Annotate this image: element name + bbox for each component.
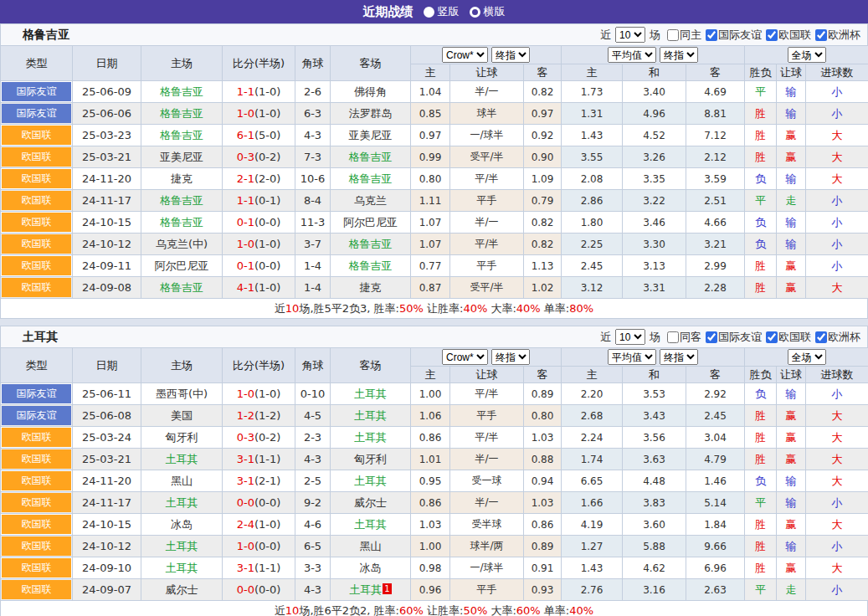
- crown-handicap: 球半/两: [450, 536, 524, 557]
- same-venue-checkbox[interactable]: 同客: [663, 330, 701, 345]
- handicap-outcome: 走: [777, 579, 806, 601]
- score-halftime: 1-1(0-1): [223, 190, 295, 212]
- avg-home-odds: 2.25: [562, 234, 623, 255]
- avg-home-odds: 1.73: [562, 81, 623, 103]
- away-team: 匈牙利: [331, 449, 411, 470]
- crown-home-odds: 0.85: [411, 103, 450, 125]
- avg-company-select[interactable]: 平均值: [608, 349, 656, 365]
- crown-away-odds: 1.02: [524, 277, 562, 299]
- crown-away-odds: 1.13: [524, 255, 562, 277]
- section-header: 土耳其近10场同客国际友谊欧国联欧洲杯: [0, 326, 868, 347]
- result-outcome: 负: [745, 383, 777, 405]
- crown-away-odds: 0.94: [524, 470, 562, 492]
- match-date: 24-09-11: [73, 255, 141, 277]
- score-halftime: 2-4(1-0): [223, 514, 295, 536]
- filter-bar: 近10场同客国际友谊欧国联欧洲杯: [598, 329, 860, 345]
- avg-odds-header: 平均值终指: [562, 348, 745, 367]
- avg-away-odds: 4.66: [686, 212, 745, 234]
- radio-vertical-option[interactable]: 竖版: [424, 4, 460, 19]
- crown-handicap: 平/半: [450, 427, 524, 449]
- league-checkbox-0-box[interactable]: [706, 29, 717, 41]
- match-row: 国际友谊25-06-06格鲁吉亚1-0(1-0)6-3法罗群岛0.85球半0.9…: [1, 103, 868, 125]
- crown-company-select[interactable]: Crow*: [442, 349, 488, 365]
- result-outcome: 平: [745, 492, 777, 514]
- handicap-outcome: 走: [777, 190, 806, 212]
- same-venue-checkbox-box[interactable]: [667, 331, 679, 343]
- league-checkbox-1[interactable]: 欧国联: [762, 28, 811, 43]
- avg-index-select[interactable]: 终指: [660, 47, 698, 63]
- crown-company-select[interactable]: Crow*: [442, 47, 488, 63]
- league-checkbox-1-box[interactable]: [766, 331, 778, 343]
- avg-draw-odds: 3.63: [623, 449, 686, 470]
- home-team: 匈牙利: [141, 427, 223, 449]
- same-venue-checkbox-box[interactable]: [667, 29, 679, 41]
- scope-select[interactable]: 全场: [788, 349, 826, 365]
- league-checkbox-0[interactable]: 国际友谊: [701, 28, 762, 43]
- match-date: 25-06-11: [73, 383, 141, 405]
- league-badge: 欧国联: [2, 191, 71, 210]
- avg-home-odds: 2.68: [562, 405, 623, 427]
- avg-away-odds: 5.14: [686, 492, 745, 514]
- home-team: 威尔士: [141, 579, 223, 601]
- league-badge: 欧国联: [2, 580, 71, 599]
- match-row: 欧国联24-11-17格鲁吉亚1-1(0-1)8-4乌克兰1.11平手0.792…: [1, 190, 868, 212]
- league-checkbox-2-box[interactable]: [815, 29, 827, 41]
- matches-label: 场: [650, 330, 660, 345]
- corner-score: 7-3: [295, 146, 331, 168]
- league-checkbox-2[interactable]: 欧洲杯: [811, 28, 860, 43]
- same-venue-checkbox[interactable]: 同主: [663, 28, 701, 43]
- match-row: 欧国联24-09-07威尔士0-0(0-0)4-3土耳其10.96平手0.932…: [1, 579, 868, 601]
- result-outcome: 胜: [745, 255, 777, 277]
- league-checkbox-1[interactable]: 欧国联: [762, 330, 811, 345]
- avg-home-odds: 6.65: [562, 470, 623, 492]
- sections-container: 格鲁吉亚近10场同主国际友谊欧国联欧洲杯类型日期主场比分(半场)角球客场Crow…: [0, 23, 868, 616]
- goals-outcome: 大: [806, 557, 868, 579]
- avg-home-odds: 3.12: [562, 277, 623, 299]
- league-checkbox-2-box[interactable]: [815, 331, 827, 343]
- avg-draw-odds: 4.48: [623, 470, 686, 492]
- score-halftime: 6-1(5-0): [223, 125, 295, 146]
- league-checkbox-0-box[interactable]: [706, 331, 717, 343]
- away-team: 亚美尼亚: [331, 125, 411, 146]
- home-team: 土耳其: [141, 536, 223, 557]
- results-table: 类型日期主场比分(半场)角球客场Crow*终指平均值终指全场主让球客主和客胜负让…: [0, 45, 868, 299]
- match-count-select[interactable]: 10: [615, 27, 645, 43]
- handicap-outcome: 输: [777, 81, 806, 103]
- page-title: 近期战绩: [363, 4, 413, 20]
- match-row: 欧国联24-11-17土耳其0-0(0-0)9-2威尔士0.86半/一1.031…: [1, 492, 868, 514]
- crown-index-select[interactable]: 终指: [491, 349, 530, 365]
- crown-away-odds: 0.89: [524, 383, 562, 405]
- crown-away-odds: 0.89: [524, 536, 562, 557]
- avg-company-select[interactable]: 平均值: [608, 47, 656, 63]
- home-team: 乌克兰(中): [141, 234, 223, 255]
- league-checkbox-2[interactable]: 欧洲杯: [811, 330, 860, 345]
- goals-outcome: 大: [806, 470, 868, 492]
- handicap-outcome: 赢: [777, 514, 806, 536]
- radio-selected-icon[interactable]: [424, 7, 434, 18]
- goals-outcome: 大: [806, 146, 868, 168]
- home-team: 格鲁吉亚: [141, 212, 223, 234]
- radio-horizontal-option[interactable]: 横版: [470, 4, 506, 19]
- sub-col-header: 和: [623, 64, 686, 81]
- scope-select[interactable]: 全场: [788, 47, 826, 63]
- sub-col-header: 进球数: [806, 367, 868, 383]
- sub-col-header: 主: [562, 64, 623, 81]
- avg-away-odds: 3.59: [686, 168, 745, 190]
- radio-unselected-icon[interactable]: [470, 7, 480, 18]
- sub-col-header: 让球: [450, 64, 524, 81]
- league-checkbox-1-box[interactable]: [766, 29, 778, 41]
- avg-draw-odds: 5.88: [623, 536, 686, 557]
- avg-home-odds: 1.66: [562, 492, 623, 514]
- avg-index-select[interactable]: 终指: [660, 349, 698, 365]
- score-halftime: 0-3(0-2): [223, 146, 295, 168]
- col-header: 比分(半场): [223, 348, 295, 383]
- match-count-select[interactable]: 10: [615, 329, 645, 345]
- goals-outcome: 大: [806, 168, 868, 190]
- sub-col-header: 让球: [777, 64, 806, 81]
- match-date: 24-11-17: [73, 492, 141, 514]
- home-team: 捷克: [141, 168, 223, 190]
- crown-index-select[interactable]: 终指: [491, 47, 530, 63]
- crown-home-odds: 0.95: [411, 470, 450, 492]
- league-checkbox-0[interactable]: 国际友谊: [701, 330, 762, 345]
- crown-handicap: 受平/半: [450, 146, 524, 168]
